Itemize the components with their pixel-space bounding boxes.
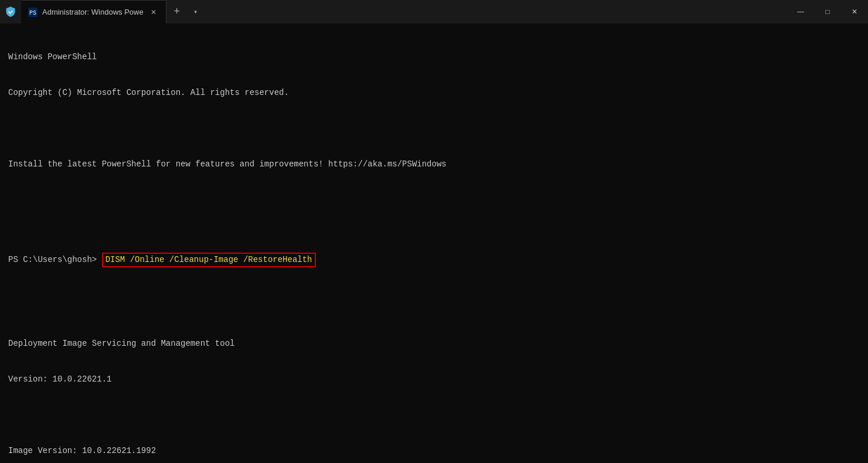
output-line-8: Version: 10.0.22621.1 — [8, 373, 860, 386]
prompt-line: PS C:\Users\ghosh> DISM /Online /Cleanup… — [8, 253, 860, 268]
empty-line-3 — [8, 302, 860, 315]
maximize-button[interactable]: □ — [814, 0, 841, 23]
shield-icon — [5, 6, 16, 18]
powershell-window: PS Administrator: Windows Powe ✕ + ▾ — □ — [0, 0, 868, 463]
terminal-output[interactable]: Windows PowerShell Copyright (C) Microso… — [0, 23, 868, 463]
output-line-1: Windows PowerShell — [8, 51, 860, 64]
close-button[interactable]: ✕ — [841, 0, 868, 23]
output-line-10: Image Version: 10.0.22621.1992 — [8, 445, 860, 458]
output-line-2: Copyright (C) Microsoft Corporation. All… — [8, 87, 860, 100]
titlebar-left: PS Administrator: Windows Powe ✕ + ▾ — [0, 0, 787, 23]
tab-dropdown-button[interactable]: ▾ — [188, 0, 204, 23]
minimize-button[interactable]: — — [787, 0, 814, 23]
new-tab-button[interactable]: + — [166, 0, 188, 23]
prompt-text: PS C:\Users\ghosh> — [8, 254, 97, 266]
empty-line-4 — [8, 409, 860, 422]
tab-label: Administrator: Windows Powe — [42, 8, 144, 16]
titlebar: PS Administrator: Windows Powe ✕ + ▾ — □ — [0, 0, 868, 23]
output-line-7: Deployment Image Servicing and Managemen… — [8, 338, 860, 350]
command-text: DISM /Online /Cleanup-Image /RestoreHeal… — [102, 253, 316, 268]
svg-text:PS: PS — [29, 10, 36, 16]
window-controls: — □ ✕ — [787, 0, 868, 23]
output-line-4: Install the latest PowerShell for new fe… — [8, 158, 860, 171]
tab-close-button[interactable]: ✕ — [148, 7, 159, 18]
active-tab[interactable]: PS Administrator: Windows Powe ✕ — [21, 0, 166, 23]
empty-line-2 — [8, 194, 860, 207]
tab-powershell-icon: PS — [28, 8, 38, 17]
empty-line-1 — [8, 122, 860, 135]
